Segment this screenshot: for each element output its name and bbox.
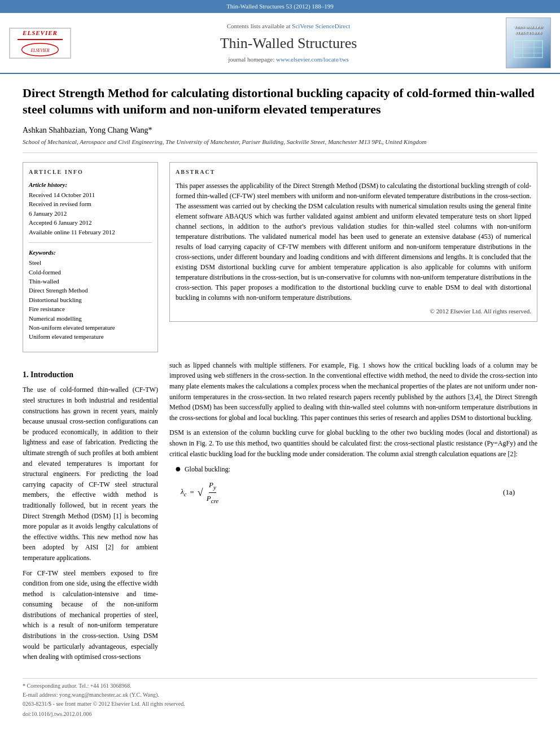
homepage-link[interactable]: www.elsevier.com/locate/tws <box>276 56 349 63</box>
bullet-icon: ● <box>175 464 181 474</box>
global-buckling-label: Global buckling: <box>185 465 230 474</box>
main-content: Direct Strength Method for calculating d… <box>0 74 560 735</box>
history-label: Article history: <box>29 181 152 189</box>
keyword-item: Steel <box>29 259 152 267</box>
keyword-item: Uniform elevated temperature <box>29 333 152 341</box>
keyword-item: Thin-walled <box>29 277 152 286</box>
journal-header: ELSEVIER ELSEVIER Contents lists availab… <box>0 13 560 74</box>
global-buckling-item: ● Global buckling: <box>175 465 537 474</box>
formula-equals: = <box>190 487 194 497</box>
body-content: 1. Introduction The use of cold-formed t… <box>23 360 537 667</box>
corresponding-author: * Corresponding author. Tel.: +44 161 30… <box>23 682 537 690</box>
journal-citation-bar: Thin-Walled Structures 53 (2012) 188–199 <box>0 0 560 13</box>
keyword-item: Direct Strength Method <box>29 286 152 295</box>
section-heading: Introduction <box>30 370 73 379</box>
sciverse-link[interactable]: SciVerse ScienceDirect <box>292 23 350 29</box>
journal-citation: Thin-Walled Structures 53 (2012) 188–199 <box>226 3 334 10</box>
license-note: 0263-8231/$ - see front matter © 2012 El… <box>23 700 537 708</box>
formula-numerator: Py <box>209 480 216 493</box>
bullet-section: ● Global buckling: <box>175 465 537 474</box>
doi-line: doi:10.1016/j.tws.2012.01.006 <box>23 710 537 718</box>
formula-number-1a: (1a) <box>503 487 515 497</box>
abstract-header: ABSTRACT <box>176 168 531 176</box>
article-title: Direct Strength Method for calculating d… <box>23 85 537 117</box>
svg-rect-2 <box>514 41 542 58</box>
journal-title-area: Contents lists available at SciVerse Sci… <box>77 22 500 64</box>
keyword-item: Numerical modelling <box>29 314 152 323</box>
svg-text:ELSEVIER: ELSEVIER <box>30 48 50 53</box>
keyword-item: Distortional buckling <box>29 296 152 304</box>
formula-lambda-c: λc = √ Py Pcre <box>181 480 218 505</box>
right-column-abstract: ABSTRACT This paper assesses the applica… <box>169 162 537 360</box>
journal-homepage-line: journal homepage: www.elsevier.com/locat… <box>77 55 500 64</box>
revised-label: Received in revised form <box>29 200 152 208</box>
elsevier-emblem: ELSEVIER <box>18 42 63 58</box>
intro-para3: such as lipped channels with multiple st… <box>169 360 537 423</box>
authors: Ashkan Shahbazian, Yong Chang Wang* <box>23 125 537 136</box>
email-address: E-mail address: yong.wang@manchester.ac.… <box>23 691 537 699</box>
intro-para2: For CF-TW steel members exposed to fire … <box>23 568 158 662</box>
elsevier-logo: ELSEVIER ELSEVIER <box>9 28 71 59</box>
cover-graphic <box>511 36 545 62</box>
formula-fraction: Py Pcre <box>207 480 218 505</box>
intro-para4: DSM is an extension of the column buckli… <box>169 427 537 459</box>
revised-date: 6 January 2012 <box>29 209 152 218</box>
formula-lambda-symbol: λc <box>181 487 186 499</box>
keywords-section: Keywords: SteelCold-formedThin-walledDir… <box>29 248 152 342</box>
keywords-list: SteelCold-formedThin-walledDirect Streng… <box>29 259 152 342</box>
article-history-section: Article history: Received 14 October 201… <box>29 181 152 237</box>
sqrt-symbol: √ <box>198 486 203 500</box>
intro-para1: The use of cold-formed thin-walled (CF-T… <box>23 385 158 563</box>
abstract-text: This paper assesses the applicability of… <box>176 181 531 303</box>
page-footer: * Corresponding author. Tel.: +44 161 30… <box>23 678 537 724</box>
accepted-date: Accepted 6 January 2012 <box>29 219 152 227</box>
left-body-col: 1. Introduction The use of cold-formed t… <box>23 360 158 667</box>
keyword-item: Cold-formed <box>29 268 152 277</box>
elsevier-logo-area: ELSEVIER ELSEVIER <box>9 28 71 59</box>
left-column: ARTICLE INFO Article history: Received 1… <box>23 162 158 360</box>
online-date: Available online 11 February 2012 <box>29 228 152 237</box>
sciverse-line: Contents lists available at SciVerse Sci… <box>77 22 500 30</box>
section-title: 1. Introduction <box>23 369 158 381</box>
keywords-list: SteelCold-formedThin-walledDirect Streng… <box>29 259 152 342</box>
keywords-label: Keywords: <box>29 248 152 257</box>
journal-title: Thin-Walled Structures <box>77 33 500 54</box>
affiliation: School of Mechanical, Aerospace and Civi… <box>23 138 537 152</box>
copyright-line: © 2012 Elsevier Ltd. All rights reserved… <box>176 307 531 316</box>
article-info-header: ARTICLE INFO <box>29 168 152 176</box>
article-info-abstract-row: ARTICLE INFO Article history: Received 1… <box>23 162 537 360</box>
article-info-box: ARTICLE INFO Article history: Received 1… <box>23 162 158 352</box>
abstract-box: ABSTRACT This paper assesses the applica… <box>169 162 537 322</box>
right-body-col: such as lipped channels with multiple st… <box>169 360 537 667</box>
received-date: Received 14 October 2011 <box>29 191 152 199</box>
journal-cover-image: THIN-WALLED STRUCTURES <box>506 18 551 68</box>
keyword-item: Non-uniform elevated temperature <box>29 324 152 332</box>
page: Thin-Walled Structures 53 (2012) 188–199… <box>0 0 560 747</box>
keyword-item: Fire resistance <box>29 305 152 313</box>
formula-denominator: Pcre <box>207 493 218 505</box>
journal-cover: THIN-WALLED STRUCTURES <box>506 18 551 68</box>
formula-row-1a: λc = √ Py Pcre (1a) <box>181 480 515 505</box>
section-number: 1. <box>23 370 29 379</box>
